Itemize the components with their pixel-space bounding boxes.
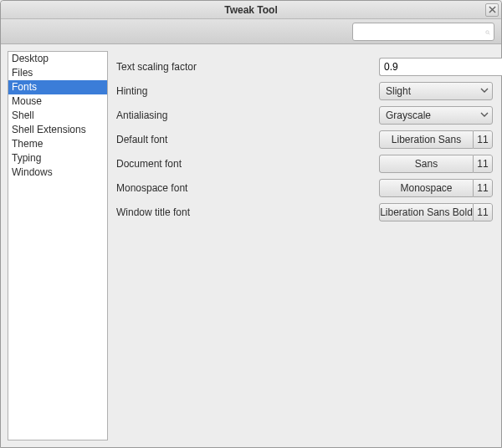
label-document-font: Document font (116, 158, 284, 170)
document-font-button[interactable]: Sans 11 (379, 155, 493, 173)
search-icon (485, 26, 490, 38)
settings-panel: Text scaling factor − + Hinting Slight (115, 51, 494, 440)
sidebar-item-shell[interactable]: Shell (8, 109, 107, 123)
sidebar-item-label: Theme (12, 138, 43, 150)
chevron-down-icon (480, 85, 489, 97)
label-antialiasing: Antialiasing (116, 109, 284, 121)
close-icon (489, 4, 496, 16)
row-antialiasing: Antialiasing Grayscale (116, 103, 493, 127)
row-window-title-font: Window title font Liberation Sans Bold 1… (116, 200, 493, 224)
svg-point-0 (486, 30, 489, 33)
sidebar-item-label: Typing (12, 152, 41, 164)
sidebar-item-files[interactable]: Files (8, 66, 107, 80)
hinting-combobox[interactable]: Slight (379, 82, 493, 100)
document-font-name: Sans (379, 155, 473, 173)
sidebar-item-label: Shell (12, 109, 34, 121)
document-font-size: 11 (473, 155, 493, 173)
label-monospace-font: Monospace font (116, 182, 284, 194)
window-title-font-size: 11 (473, 203, 493, 221)
sidebar-item-fonts[interactable]: Fonts (8, 80, 107, 94)
sidebar-item-windows[interactable]: Windows (8, 165, 107, 180)
sidebar-item-label: Fonts (12, 81, 37, 93)
sidebar-item-label: Desktop (12, 53, 49, 64)
sidebar-item-label: Shell Extensions (12, 124, 86, 135)
sidebar-item-desktop[interactable]: Desktop (8, 52, 107, 66)
svg-line-1 (489, 33, 490, 34)
default-font-name: Liberation Sans (379, 130, 473, 149)
window-title-font-button[interactable]: Liberation Sans Bold 11 (379, 203, 493, 221)
sidebar-item-shell-extensions[interactable]: Shell Extensions (8, 123, 107, 137)
content-area: Desktop Files Fonts Mouse Shell Shell Ex… (1, 44, 501, 447)
row-monospace-font: Monospace font Monospace 11 (116, 176, 493, 200)
sidebar-item-theme[interactable]: Theme (8, 137, 107, 151)
chevron-down-icon (480, 109, 489, 121)
row-default-font: Default font Liberation Sans 11 (116, 127, 493, 151)
sidebar: Desktop Files Fonts Mouse Shell Shell Ex… (8, 51, 108, 440)
text-scaling-spinner: − + (379, 58, 493, 76)
search-input[interactable] (356, 24, 485, 39)
default-font-button[interactable]: Liberation Sans 11 (379, 130, 493, 149)
sidebar-item-mouse[interactable]: Mouse (8, 94, 107, 109)
window-title-font-name: Liberation Sans Bold (379, 203, 473, 221)
monospace-font-size: 11 (473, 179, 493, 197)
toolbar (1, 19, 501, 44)
row-document-font: Document font Sans 11 (116, 151, 493, 176)
sidebar-item-label: Windows (12, 166, 53, 178)
search-field-wrap (352, 23, 494, 41)
hinting-value: Slight (386, 85, 411, 97)
app-window: Tweak Tool Desktop Files Fonts Mouse She… (0, 0, 502, 448)
close-button[interactable] (485, 3, 499, 17)
sidebar-item-typing[interactable]: Typing (8, 151, 107, 165)
label-text-scaling: Text scaling factor (116, 61, 284, 73)
titlebar: Tweak Tool (1, 1, 501, 19)
sidebar-item-label: Mouse (12, 95, 42, 107)
text-scaling-input[interactable] (379, 58, 502, 76)
row-hinting: Hinting Slight (116, 79, 493, 103)
row-text-scaling: Text scaling factor − + (116, 54, 493, 79)
sidebar-item-label: Files (12, 67, 33, 79)
default-font-size: 11 (473, 130, 493, 149)
label-default-font: Default font (116, 134, 284, 145)
antialiasing-value: Grayscale (386, 109, 431, 121)
label-hinting: Hinting (116, 85, 284, 97)
monospace-font-name: Monospace (379, 179, 473, 197)
monospace-font-button[interactable]: Monospace 11 (379, 179, 493, 197)
label-window-title-font: Window title font (116, 206, 284, 218)
antialiasing-combobox[interactable]: Grayscale (379, 106, 493, 125)
window-title: Tweak Tool (224, 4, 278, 16)
